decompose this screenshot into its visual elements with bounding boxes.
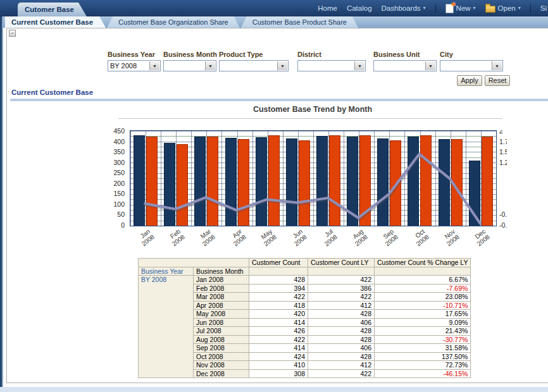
bar-customer-count-ly[interactable] — [268, 135, 280, 226]
dropdown-arrow-icon: ▼ — [205, 61, 215, 70]
chart-title-rule — [118, 118, 502, 119]
bar-customer-count[interactable] — [286, 138, 297, 226]
pct-change-cell: -7.69% — [375, 284, 471, 293]
subtab-current-customer-base[interactable]: Current Customer Base — [5, 16, 106, 28]
chevron-down-icon: ▾ — [473, 6, 476, 11]
city-select[interactable]: ▼ — [440, 60, 503, 71]
bar-customer-count[interactable] — [377, 138, 389, 226]
y-axis-right-label: 1.5 — [499, 148, 507, 156]
dropdown-arrow-icon: ▼ — [354, 61, 364, 70]
y-axis-right-label: 1.25 — [499, 159, 507, 166]
bar-group-nov-2008 — [435, 131, 466, 226]
product-type-select[interactable]: ▼ — [219, 60, 289, 71]
pivot-table: Customer CountCustomer Count LYCustomer … — [138, 258, 471, 378]
pct-change-cell: -46.15% — [375, 369, 471, 378]
nav-item-catalog[interactable]: Catalog — [347, 4, 372, 12]
chart-y-axis-left: 450400350300250200150100500 — [106, 130, 127, 226]
chevron-down-icon: ▾ — [423, 6, 426, 11]
nav-item-home[interactable]: Home — [318, 4, 337, 12]
month-cell: Aug 2008 — [193, 335, 249, 344]
reset-button[interactable]: Reset — [485, 75, 510, 86]
customer-count-cell: 394 — [249, 284, 308, 293]
bar-customer-count[interactable] — [256, 137, 267, 226]
subtab-customer-base-organization-share[interactable]: Customer Base Organization Share — [107, 16, 240, 28]
bar-customer-count-ly[interactable] — [299, 140, 310, 226]
dropdown-arrow-icon: ▼ — [492, 61, 502, 70]
bar-customer-count-ly[interactable] — [390, 140, 401, 226]
nav-item-new[interactable]: ✱New▾ — [445, 4, 476, 13]
bar-customer-count-ly[interactable] — [451, 139, 463, 226]
nav-item-label: Open — [498, 4, 516, 12]
nav-item-label: Dashboards — [382, 4, 421, 12]
dashboard-page-tab[interactable]: Cutomer Base — [18, 3, 87, 16]
business-month-select[interactable]: ▼ — [163, 60, 216, 71]
subtab-customer-base-product-share[interactable]: Customer Base Product Share — [241, 16, 358, 28]
month-cell: Dec 2008 — [193, 369, 249, 378]
bar-customer-count-ly[interactable] — [238, 139, 249, 226]
y-axis-left-label: 0 — [121, 221, 125, 229]
bar-customer-count-ly[interactable] — [482, 137, 493, 226]
business-year-select[interactable]: BY 2008▼ — [108, 60, 161, 71]
bar-customer-count[interactable] — [316, 136, 328, 226]
pct-change-cell: 137.50% — [375, 352, 471, 361]
column-header-customer-count-change-ly: Customer Count % Change LY — [375, 259, 471, 267]
new-document-icon: ✱ — [445, 4, 454, 13]
customer-count-cell: 422 — [249, 335, 308, 344]
bar-customer-count-ly[interactable] — [177, 144, 188, 226]
table-header-row: Customer CountCustomer Count LYCustomer … — [139, 259, 471, 267]
nav-item-si[interactable]: Si — [540, 4, 547, 12]
bar-group-may-2008 — [252, 131, 283, 226]
bar-group-mar-2008 — [191, 131, 221, 226]
subtab-bar: Current Customer BaseCustomer Base Organ… — [0, 16, 548, 28]
y-axis-left-label: 450 — [113, 127, 125, 135]
customer-count-ly-cell: 428 — [308, 352, 375, 361]
selected-value: BY 2008 — [110, 62, 137, 70]
nav-separator — [435, 4, 436, 13]
bar-customer-count[interactable] — [164, 143, 175, 226]
district-select[interactable]: ▼ — [297, 60, 366, 71]
bar-customer-count-ly[interactable] — [146, 137, 158, 226]
bar-customer-count[interactable] — [439, 139, 450, 226]
row-header-business-year[interactable]: Business Year — [139, 267, 194, 276]
bar-customer-count[interactable] — [194, 137, 206, 226]
bar-customer-count-ly[interactable] — [329, 135, 340, 226]
month-cell: Jul 2008 — [193, 327, 249, 336]
customer-count-ly-cell: 422 — [308, 276, 375, 285]
bar-customer-count-ly[interactable] — [207, 137, 218, 226]
bar-group-dec-2008 — [466, 131, 496, 226]
bar-customer-count[interactable] — [469, 161, 480, 226]
collapse-section-icon[interactable]: − — [9, 30, 16, 37]
dropdown-arrow-icon: ▼ — [425, 61, 435, 70]
y-axis-right-label: -0.25 — [499, 211, 507, 218]
bar-customer-count-ly[interactable] — [359, 135, 371, 226]
bar-group-sep-2008 — [374, 131, 404, 226]
month-cell: Jun 2008 — [193, 318, 249, 327]
customer-count-ly-cell: 422 — [308, 369, 375, 378]
open-folder-icon — [485, 6, 495, 13]
nav-item-label: Catalog — [347, 4, 372, 12]
bar-group-jun-2008 — [283, 131, 313, 226]
bar-customer-count[interactable] — [408, 137, 419, 226]
y-axis-left-label: 100 — [113, 200, 125, 208]
customer-count-ly-cell: 386 — [308, 284, 375, 293]
bar-customer-count-ly[interactable] — [420, 135, 432, 226]
business-unit-select[interactable]: ▼ — [373, 60, 437, 71]
month-cell: May 2008 — [193, 310, 249, 319]
customer-count-cell: 420 — [249, 310, 308, 319]
customer-count-cell: 410 — [249, 361, 308, 370]
empty-header-cell — [308, 267, 375, 276]
section-title: Current Customer Base — [11, 89, 93, 96]
business-year-value[interactable]: BY 2008 — [139, 276, 194, 378]
bar-group-oct-2008 — [404, 131, 435, 226]
y-axis-left-label: 200 — [113, 180, 125, 187]
chart-plot-area — [130, 130, 497, 226]
bar-customer-count[interactable] — [134, 135, 145, 226]
nav-item-label: Si — [540, 4, 547, 12]
nav-item-open[interactable]: Open▾ — [485, 4, 521, 13]
column-header-customer-count: Customer Count — [249, 259, 308, 267]
bar-customer-count[interactable] — [225, 138, 237, 226]
apply-button[interactable]: Apply — [457, 75, 482, 86]
bar-customer-count[interactable] — [347, 137, 358, 226]
section-title-underline — [10, 99, 548, 101]
nav-item-dashboards[interactable]: Dashboards▾ — [382, 4, 426, 12]
